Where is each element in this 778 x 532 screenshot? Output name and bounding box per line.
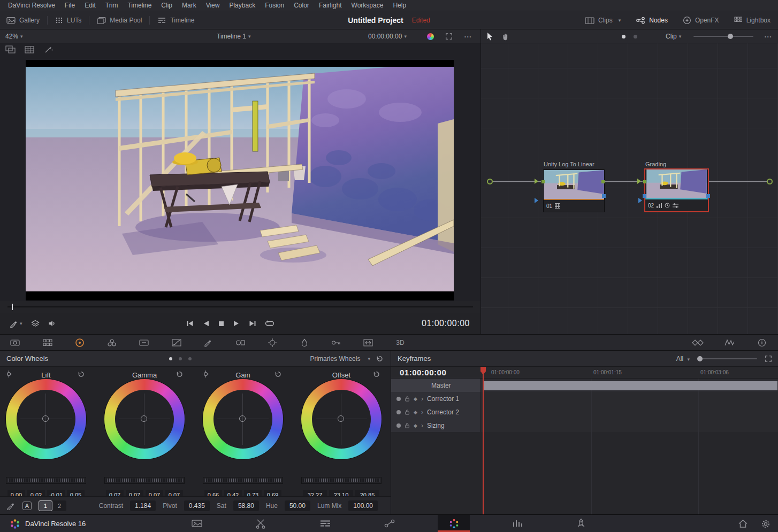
- edit-page-button[interactable]: [310, 515, 340, 532]
- color-match-icon[interactable]: [40, 335, 55, 350]
- gamma-master-slider[interactable]: [104, 477, 185, 484]
- keyframes-ruler[interactable]: 01:00:00:00 01:00:00:00 01:00:01:15 01:0…: [391, 367, 778, 379]
- select-tool-button[interactable]: [486, 29, 494, 43]
- panel-page-dot[interactable]: [179, 357, 182, 360]
- track-row-corrector1[interactable]: ◆ › Corrector 1: [391, 392, 778, 405]
- playhead-line[interactable]: [483, 374, 484, 514]
- media-page-button[interactable]: [182, 515, 212, 532]
- offset-color-wheel[interactable]: [301, 379, 382, 459]
- fusion-page-button[interactable]: [375, 515, 405, 532]
- tracker-icon[interactable]: [265, 335, 280, 350]
- fairlight-page-button[interactable]: [502, 515, 532, 532]
- track-row-corrector2[interactable]: ◆ › Corrector 2: [391, 405, 778, 419]
- track-row-sizing[interactable]: ◆ › Sizing: [391, 419, 778, 432]
- keyframes-filter-dropdown[interactable]: All ▾: [676, 355, 690, 363]
- power-window-icon[interactable]: [233, 335, 248, 350]
- keyframes-panel-icon[interactable]: [690, 335, 705, 350]
- curves-icon[interactable]: [169, 335, 184, 350]
- video-viewer[interactable]: [26, 60, 454, 300]
- expand-chevron-icon[interactable]: ›: [421, 396, 423, 402]
- lum-mix-value[interactable]: 100.00: [348, 500, 378, 511]
- menu-clip[interactable]: Clip: [156, 2, 177, 9]
- menu-file[interactable]: File: [60, 2, 80, 9]
- pan-tool-button[interactable]: [501, 29, 509, 43]
- speaker-icon[interactable]: [48, 320, 57, 327]
- keyframe-diamond-icon[interactable]: ◆: [414, 410, 417, 415]
- node-zoom-slider[interactable]: [693, 29, 753, 43]
- scrub-playhead[interactable]: [12, 304, 13, 310]
- sat-value[interactable]: 58.80: [233, 500, 259, 511]
- wheel-tab-1[interactable]: 1: [39, 500, 52, 511]
- panel-page-dot[interactable]: [188, 357, 192, 360]
- stills-icon[interactable]: [5, 45, 16, 54]
- rgb-mixer-icon[interactable]: [104, 335, 119, 350]
- rgb-input-square[interactable]: [541, 180, 545, 183]
- reset-icon[interactable]: [274, 371, 281, 378]
- info-icon[interactable]: [754, 335, 769, 350]
- luts-button[interactable]: LUTs: [55, 11, 81, 29]
- menu-playback[interactable]: Playback: [224, 2, 260, 9]
- mask-output-square[interactable]: [602, 194, 606, 198]
- viewer-expand-button[interactable]: [445, 29, 453, 43]
- node-graph[interactable]: Unity Log To Linear 01 Grading 02: [480, 43, 778, 334]
- node-page-dot-active[interactable]: [622, 35, 626, 38]
- menu-mark[interactable]: Mark: [177, 2, 201, 9]
- timeline-selector-dropdown[interactable]: Timeline 1 ▾: [217, 29, 250, 43]
- lift-color-wheel[interactable]: [6, 379, 86, 459]
- sizing-icon[interactable]: [361, 335, 376, 350]
- keyframe-diamond-icon[interactable]: ◆: [414, 396, 417, 402]
- project-manager-home-icon[interactable]: [738, 519, 748, 528]
- node-page-dot[interactable]: [634, 35, 637, 38]
- menu-color[interactable]: Color: [289, 2, 314, 9]
- nodes-button[interactable]: Nodes: [636, 11, 668, 29]
- lock-icon[interactable]: [405, 422, 410, 428]
- menu-timeline[interactable]: Timeline: [123, 2, 156, 9]
- clip-mode-dropdown[interactable]: Clip ▾: [666, 29, 681, 43]
- rgb-input-square[interactable]: [643, 180, 646, 183]
- wheel-tab-2[interactable]: 2: [52, 500, 66, 511]
- clips-button[interactable]: Clips ▾: [585, 11, 621, 29]
- play-reverse-button[interactable]: [202, 320, 210, 327]
- track-enable-dot[interactable]: [396, 410, 401, 414]
- scrub-track[interactable]: [7, 306, 473, 307]
- wheels-mode-dropdown[interactable]: Primaries Wheels ▾: [310, 351, 383, 367]
- motion-effects-icon[interactable]: [136, 335, 151, 350]
- mask-input-square[interactable]: [643, 194, 646, 198]
- slider-thumb[interactable]: [697, 356, 703, 361]
- reset-icon[interactable]: [77, 371, 85, 378]
- gallery-button[interactable]: Gallery: [6, 11, 40, 29]
- expand-chevron-icon[interactable]: ›: [421, 422, 423, 429]
- stop-button[interactable]: [218, 320, 225, 327]
- lightbox-button[interactable]: Lightbox: [734, 11, 771, 29]
- node-01[interactable]: 01: [544, 170, 604, 212]
- cut-page-button[interactable]: [246, 515, 276, 532]
- lock-icon[interactable]: [405, 409, 410, 415]
- lock-icon[interactable]: [405, 396, 410, 402]
- grid-view-icon[interactable]: [25, 45, 35, 54]
- viewer-timecode-dropdown[interactable]: 00:00:00:00 ▾: [368, 29, 407, 43]
- skip-backward-button[interactable]: [186, 320, 194, 327]
- hue-value[interactable]: 50.00: [285, 500, 310, 511]
- color-page-button[interactable]: [439, 515, 469, 532]
- wand-icon[interactable]: [44, 45, 54, 54]
- reset-icon[interactable]: [176, 371, 183, 378]
- expand-icon[interactable]: [765, 355, 772, 363]
- pivot-value[interactable]: 0.435: [184, 500, 210, 511]
- color-picker-icon[interactable]: [6, 502, 15, 510]
- timeline-button[interactable]: Timeline: [157, 11, 194, 29]
- viewer-options-button[interactable]: •••: [464, 29, 472, 43]
- menu-view[interactable]: View: [201, 2, 225, 9]
- track-enable-dot[interactable]: [396, 397, 401, 401]
- lift-master-slider[interactable]: [6, 477, 86, 484]
- keyframe-diamond-icon[interactable]: ◆: [414, 423, 417, 428]
- auto-color-button[interactable]: A: [22, 502, 32, 510]
- node-options-button[interactable]: •••: [765, 29, 772, 43]
- settings-gear-icon[interactable]: [761, 519, 771, 529]
- menu-help[interactable]: Help: [388, 2, 411, 9]
- menu-workspace[interactable]: Workspace: [347, 2, 388, 9]
- grab-still-button[interactable]: [427, 29, 434, 43]
- layers-icon[interactable]: [31, 320, 40, 327]
- offset-master-slider[interactable]: [301, 477, 382, 484]
- panel-page-dot-active[interactable]: [169, 357, 172, 360]
- menu-fairlight[interactable]: Fairlight: [314, 2, 347, 9]
